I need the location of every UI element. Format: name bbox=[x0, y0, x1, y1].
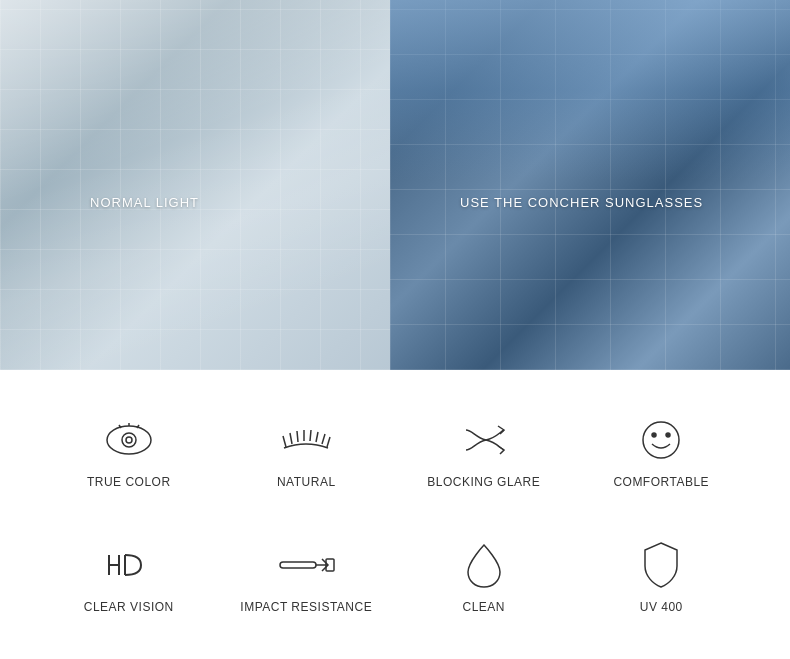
feature-comfortable: COMFORTABLE bbox=[573, 390, 751, 515]
comfortable-label: COMFORTABLE bbox=[613, 475, 709, 489]
svg-rect-21 bbox=[280, 562, 316, 568]
svg-point-0 bbox=[107, 426, 151, 454]
svg-point-2 bbox=[126, 437, 132, 443]
uv400-label: UV 400 bbox=[640, 600, 683, 614]
svg-line-10 bbox=[310, 430, 311, 441]
hero-right-label: USE THE CONCHER SUNGLASSES bbox=[460, 195, 703, 210]
clean-label: CLEAN bbox=[462, 600, 505, 614]
svg-line-11 bbox=[316, 432, 318, 442]
hero-section: NORMAL LIGHT USE THE CONCHER SUNGLASSES bbox=[0, 0, 790, 370]
svg-point-15 bbox=[652, 433, 656, 437]
svg-line-6 bbox=[283, 436, 286, 447]
clear-vision-label: CLEAR VISION bbox=[84, 600, 174, 614]
feature-true-color: TRUE COLOR bbox=[40, 390, 218, 515]
feature-impact-resistance: IMPACT RESISTANCE bbox=[218, 515, 396, 640]
svg-point-16 bbox=[666, 433, 670, 437]
smile-icon bbox=[631, 415, 691, 465]
true-color-label: TRUE COLOR bbox=[87, 475, 171, 489]
feature-clear-vision: CLEAR VISION bbox=[40, 515, 218, 640]
shield-icon bbox=[631, 540, 691, 590]
feature-natural: NATURAL bbox=[218, 390, 396, 515]
impact-icon bbox=[276, 540, 336, 590]
natural-label: NATURAL bbox=[277, 475, 336, 489]
eye-icon bbox=[99, 415, 159, 465]
feature-clean: CLEAN bbox=[395, 515, 573, 640]
hero-left-panel: NORMAL LIGHT bbox=[0, 0, 390, 370]
hero-right-panel: USE THE CONCHER SUNGLASSES bbox=[390, 0, 790, 370]
svg-point-14 bbox=[643, 422, 679, 458]
svg-line-8 bbox=[297, 431, 298, 442]
features-grid: TRUE COLOR NATURAL bbox=[0, 370, 790, 659]
lashes-icon bbox=[276, 415, 336, 465]
svg-line-7 bbox=[290, 433, 292, 444]
blocking-glare-label: BLOCKING GLARE bbox=[427, 475, 540, 489]
feature-blocking-glare: BLOCKING GLARE bbox=[395, 390, 573, 515]
impact-resistance-label: IMPACT RESISTANCE bbox=[240, 600, 372, 614]
svg-line-13 bbox=[327, 437, 330, 447]
svg-line-12 bbox=[322, 434, 325, 444]
svg-point-1 bbox=[122, 433, 136, 447]
drop-icon bbox=[454, 540, 514, 590]
hd-icon bbox=[99, 540, 159, 590]
feature-uv400: UV 400 bbox=[573, 515, 751, 640]
hero-left-label: NORMAL LIGHT bbox=[90, 195, 199, 210]
glare-icon bbox=[454, 415, 514, 465]
